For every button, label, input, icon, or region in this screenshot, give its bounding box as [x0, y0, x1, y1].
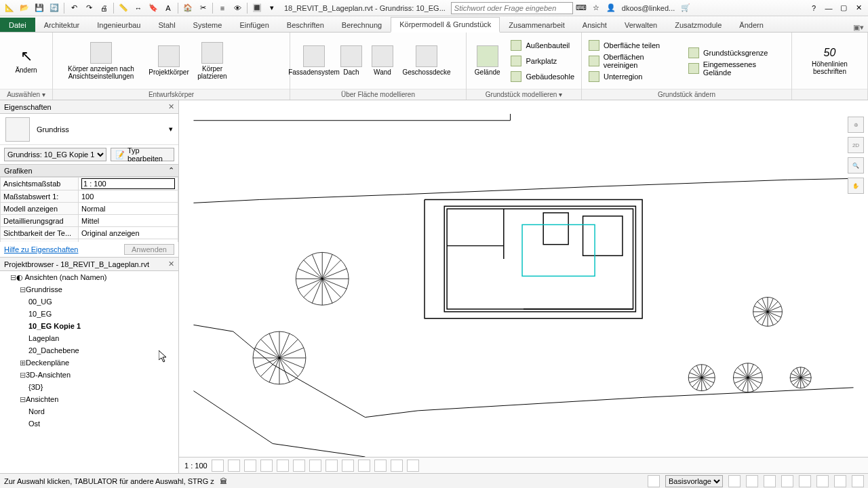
constraints-icon[interactable]	[407, 460, 419, 472]
tab--ndern[interactable]: Ändern	[730, 18, 772, 32]
modify-button[interactable]: ↖ Ändern	[7, 47, 46, 74]
wall-button[interactable]: Wand	[369, 45, 396, 76]
undo-icon[interactable]: ↶	[67, 1, 81, 15]
tab-zusatzmodule[interactable]: Zusatzmodule	[666, 18, 730, 32]
property-line-button[interactable]: Grundstücksgrenze	[686, 46, 787, 60]
navwheel-icon[interactable]: ⊕	[848, 117, 864, 133]
select-links-icon[interactable]	[764, 475, 776, 487]
rendering-icon[interactable]	[277, 460, 289, 472]
text-icon[interactable]: A	[161, 1, 175, 15]
prop-value[interactable]: 100	[79, 190, 178, 203]
subregion-button[interactable]: Unterregion	[586, 70, 682, 83]
viewcube-2d-icon[interactable]: 2D	[848, 137, 864, 153]
editable-only-icon[interactable]	[728, 475, 741, 487]
close-window-icon[interactable]: ✕	[852, 1, 865, 15]
tab-k-rpermodell-grundst-ck[interactable]: Körpermodell & Grundstück	[391, 17, 500, 33]
view-scale[interactable]: 1 : 100	[184, 462, 208, 470]
tag-icon[interactable]: 🔖	[146, 1, 160, 15]
tab-systeme[interactable]: Systeme	[184, 18, 231, 32]
apply-button[interactable]: Anwenden	[124, 244, 174, 255]
filter-icon[interactable]	[852, 475, 864, 487]
select-face-icon[interactable]	[816, 475, 829, 487]
switch-windows-icon[interactable]: 🔳	[250, 1, 264, 15]
type-name[interactable]: Grundriss	[37, 125, 162, 134]
help-icon[interactable]: ?	[807, 1, 821, 15]
workset-combo[interactable]: Basisvorlage	[665, 475, 723, 487]
toposurface-button[interactable]: Gelände	[471, 45, 504, 76]
pb-item[interactable]: 20_Dachebene	[28, 344, 178, 357]
tab-ansicht[interactable]: Ansicht	[574, 18, 616, 32]
type-dropdown-icon[interactable]: ▾	[169, 125, 173, 134]
thin-lines-icon[interactable]: ≡	[216, 1, 229, 15]
shadows-icon[interactable]	[260, 460, 273, 472]
pb-ansichten[interactable]: ⊟Ansichten NordOst	[19, 393, 178, 430]
exchange-icon[interactable]: 🛒	[679, 1, 692, 15]
search-input[interactable]	[451, 2, 573, 14]
show-mass-button[interactable]: Körper anzeigen nach Ansichtseinstellung…	[57, 42, 145, 80]
user-label[interactable]: dkoos@linked...	[622, 4, 675, 12]
floor-button[interactable]: Geschossdecke	[400, 45, 453, 76]
pb-item[interactable]: 10_EG	[28, 308, 178, 320]
maximize-icon[interactable]: ▢	[837, 1, 850, 15]
zoom-tools-icon[interactable]: 🔍	[848, 157, 864, 174]
measure-icon[interactable]: 📏	[117, 1, 130, 15]
section-icon[interactable]: ✂	[196, 1, 210, 15]
reveal-hidden-icon[interactable]	[358, 460, 370, 472]
sync-icon[interactable]: 🔄	[47, 1, 61, 15]
pb-item[interactable]: Lageplan	[28, 332, 178, 344]
dimension-icon[interactable]: ↔	[132, 1, 145, 15]
pb-grundrisse[interactable]: ⊟Grundrisse 00_UG10_EG10_EG Kopie 1Lagep…	[19, 283, 178, 357]
select-underlay-icon[interactable]	[781, 475, 793, 487]
print-icon[interactable]: 🖨	[97, 1, 111, 15]
prop-value[interactable]: Normal	[79, 203, 178, 215]
detail-level-icon[interactable]	[212, 460, 224, 472]
crop-region-icon[interactable]	[309, 460, 321, 472]
properties-help-link[interactable]: Hilfe zu Eigenschaften	[4, 245, 78, 253]
drag-elements-icon[interactable]	[834, 475, 846, 487]
edit-type-button[interactable]: 📝 Typ bearbeiten	[111, 148, 174, 161]
close-browser-icon[interactable]: ✕	[168, 260, 174, 268]
split-surface-button[interactable]: Oberfläche teilen	[586, 39, 682, 52]
inplace-mass-button[interactable]: Projektkörper	[149, 45, 189, 76]
app-icon[interactable]: 📐	[3, 1, 16, 15]
label-contours-button[interactable]: 50 Höhenlinien beschriften	[810, 47, 850, 75]
prop-value[interactable]: Bearbeiten	[79, 239, 178, 243]
curtain-system-button[interactable]: Fassadensystem	[294, 45, 334, 76]
tab-beschriften[interactable]: Beschriften	[278, 18, 333, 32]
prop-value[interactable]: Mittel	[79, 215, 178, 227]
tab-ingenieurbau[interactable]: Ingenieurbau	[88, 18, 149, 32]
dropdown-icon[interactable]: ▾	[265, 1, 279, 15]
worksharing-icon[interactable]	[374, 460, 387, 472]
instance-selector[interactable]: Grundriss: 10_EG Kopie 1	[4, 148, 106, 161]
pan-icon[interactable]: ✋	[848, 178, 864, 194]
view3d-icon[interactable]: 🏠	[181, 1, 195, 15]
tab-einf-gen[interactable]: Einfügen	[231, 18, 277, 32]
workset-icon[interactable]	[648, 475, 660, 487]
tab-file[interactable]: Datei	[0, 18, 35, 32]
tab-verwalten[interactable]: Verwalten	[616, 18, 666, 32]
keyboard-icon[interactable]: ⌨	[574, 1, 588, 15]
save-icon[interactable]: 💾	[33, 1, 46, 15]
redo-icon[interactable]: ↷	[82, 1, 96, 15]
graded-region-button[interactable]: Eingemessenes Gelände	[686, 62, 787, 75]
minimize-icon[interactable]: —	[822, 1, 835, 15]
prop-value[interactable]	[79, 178, 178, 190]
parking-button[interactable]: Parkplatz	[508, 54, 577, 68]
ribbon-collapse-icon[interactable]: ▣▾	[853, 23, 868, 32]
open-icon[interactable]: 📂	[18, 1, 31, 15]
pb-deckenplane[interactable]: ⊞Deckenpläne	[19, 357, 178, 369]
merge-surfaces-button[interactable]: Oberflächen vereinigen	[586, 54, 682, 68]
design-options-icon[interactable]	[746, 475, 758, 487]
unlock-3d-icon[interactable]	[326, 460, 338, 472]
visual-style-icon[interactable]	[228, 460, 240, 472]
tab-architektur[interactable]: Architektur	[35, 18, 89, 32]
site-component-button[interactable]: Außenbauteil	[508, 39, 577, 52]
pb-item[interactable]: 10_EG Kopie 1	[28, 320, 178, 332]
temporary-hide-icon[interactable]	[342, 460, 354, 472]
signin-icon[interactable]: 👤	[604, 1, 618, 15]
pb-item[interactable]: {3D}	[28, 381, 178, 393]
crop-view-icon[interactable]	[293, 460, 305, 472]
select-pinned-icon[interactable]	[799, 475, 811, 487]
roof-button[interactable]: Dach	[338, 45, 365, 76]
close-hidden-icon[interactable]: 👁	[231, 1, 244, 15]
